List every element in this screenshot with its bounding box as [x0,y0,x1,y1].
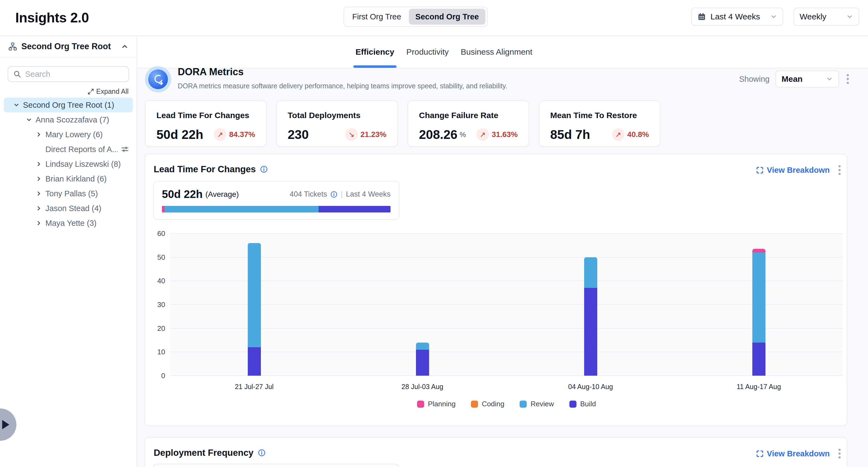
chevron-right-icon[interactable] [36,161,42,167]
bar-segment-planning [752,249,766,252]
stacked-bar[interactable] [752,249,766,376]
tree-item[interactable]: Direct Reports of A... [4,142,133,157]
chevron-right-icon[interactable] [36,220,42,226]
tree-item[interactable]: Anna Scozzafava (7) [4,113,133,127]
tree-item[interactable]: Tony Pallas (5) [4,186,133,201]
expand-arrows-icon [88,88,94,95]
metric-card-unit: % [460,130,466,139]
metric-delta-badge: ↗84.37% [214,128,255,141]
chevron-down-icon[interactable] [13,102,20,108]
bar-segment-build [248,347,261,376]
expand-all-button[interactable]: Expand All [8,88,128,95]
chart-plot-area [170,234,843,376]
gridline [170,233,843,234]
showing-mean-select[interactable]: Mean [776,70,839,88]
chevron-right-icon[interactable] [36,190,42,197]
legend-swatch [471,401,478,408]
bar-segment-build [752,343,766,376]
bar-segment-review [584,257,597,288]
tree-item-label: Brian Kirkland (6) [45,175,107,183]
top-header: Insights 2.0 First Org TreeSecond Org Tr… [0,0,868,35]
tab-bar: EfficiencyProductivityBusiness Alignment [137,36,868,68]
metric-card-value: 50d 22h [156,127,203,142]
info-icon[interactable] [258,449,266,457]
chevron-down-icon[interactable] [26,117,32,123]
chevron-down-icon [846,13,853,20]
summary-period: Last 4 Weeks [346,190,391,198]
metric-cards-row: Lead Time For Changes50d 22h↗84.37%Total… [145,100,660,147]
tree-item-label: Tony Pallas (5) [45,189,98,198]
metric-delta-badge: ↘21.23% [345,128,386,141]
sidebar-header[interactable]: Second Org Tree Root [0,36,137,57]
tab-business-alignment[interactable]: Business Alignment [461,36,532,68]
app-title: Insights 2.0 [15,10,89,26]
tree-item-label: Maya Yette (3) [45,219,96,228]
chevron-down-icon [826,75,833,83]
metric-card: Change Failure Rate208.26%↗31.63% [407,100,529,147]
y-axis-tick-label: 60 [145,229,165,238]
stacked-bar[interactable] [248,243,261,376]
metric-delta-badge: ↗31.63% [476,128,518,141]
search-box [8,66,129,82]
tab-efficiency[interactable]: Efficiency [355,36,394,68]
main-content: EfficiencyProductivityBusiness Alignment… [137,35,868,467]
distribution-segment-review [165,206,319,213]
lead-time-title: Lead Time For Changes [154,164,256,175]
tree-item[interactable]: Brian Kirkland (6) [4,172,133,186]
trend-up-arrow-icon: ↗ [612,128,625,141]
tree-item-label: Anna Scozzafava (7) [36,115,109,124]
tree-item[interactable]: Mary Lowery (6) [4,127,133,142]
phase-distribution-bar [162,206,391,213]
tree-item[interactable]: Maya Yette (3) [4,216,133,230]
info-icon[interactable] [330,191,338,198]
lead-time-kebab-menu[interactable] [837,163,842,177]
y-axis-tick-label: 20 [145,324,165,333]
metric-delta-value: 31.63% [492,130,518,139]
legend-label: Coding [482,400,504,408]
deployment-frequency-title: Deployment Frequency [154,447,253,458]
tree-item-label: Jason Stead (4) [45,204,101,213]
tab-productivity[interactable]: Productivity [406,36,449,68]
trend-down-arrow-icon: ↘ [345,128,358,141]
gridline [170,281,843,281]
deployment-view-breakdown[interactable]: View Breakdown [756,449,830,458]
toggle-option-second-org-tree[interactable]: Second Org Tree [409,9,486,25]
deployment-kebab-menu[interactable] [837,447,842,460]
info-icon[interactable] [260,165,268,173]
gridline [170,304,843,305]
gridline [170,328,843,329]
chevron-right-icon[interactable] [36,131,42,138]
granularity-select[interactable]: Weekly [794,8,859,26]
search-input[interactable] [25,70,124,79]
sidebar-root-label: Second Org Tree Root [21,41,117,52]
bar-segment-build [416,350,429,376]
chevron-right-icon[interactable] [36,176,42,182]
toggle-option-first-org-tree[interactable]: First Org Tree [346,9,408,25]
tree-item-label: Second Org Tree Root (1) [23,101,114,110]
collapse-chevron-up-icon[interactable] [121,43,128,50]
metric-delta-value: 40.8% [627,130,649,139]
tree-item[interactable]: Lindsay Liszewski (8) [4,157,133,172]
dora-section-subtitle: DORA metrics measure software delivery p… [178,82,507,90]
x-axis-category-label: 04 Aug-10 Aug [568,383,613,391]
legend-item-build: Build [569,400,596,408]
corners-expand-icon [756,450,764,458]
chevron-right-icon[interactable] [36,205,42,212]
stacked-bar[interactable] [416,343,429,376]
legend-label: Planning [428,400,456,408]
chevron-placeholder [36,146,42,153]
dora-kebab-menu[interactable] [845,72,850,86]
lead-time-view-breakdown[interactable]: View Breakdown [756,166,830,175]
legend-item-review: Review [520,400,554,408]
filter-sliders-icon[interactable] [121,145,129,153]
date-range-select[interactable]: Last 4 Weeks [691,8,783,26]
metric-card-value: 230 [288,127,309,142]
tree-item[interactable]: Second Org Tree Root (1) [4,98,133,113]
y-axis-tick-label: 30 [145,301,165,309]
stacked-bar[interactable] [584,257,597,376]
granularity-value: Weekly [800,12,827,21]
tree-item[interactable]: Jason Stead (4) [4,201,133,216]
metric-card: Total Deployments230↘21.23% [276,100,398,147]
search-icon [13,70,21,78]
org-tree: Second Org Tree Root (1)Anna Scozzafava … [0,98,137,230]
